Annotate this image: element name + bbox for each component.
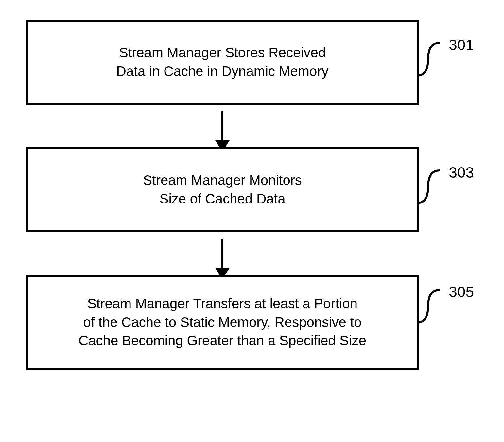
flowchart-container: Stream Manager Stores Received Data in C… bbox=[26, 20, 478, 370]
step-label: 301 bbox=[449, 35, 474, 55]
step-text: Stream Manager Transfers at least a Port… bbox=[78, 294, 366, 350]
arrow-down-icon bbox=[221, 111, 223, 141]
connector-curve-icon bbox=[417, 169, 441, 205]
arrow-down-icon bbox=[221, 239, 223, 268]
arrow-container bbox=[26, 105, 419, 147]
step-label: 305 bbox=[449, 282, 474, 302]
step-text: Stream Manager Monitors Size of Cached D… bbox=[143, 171, 302, 208]
flow-step-305: Stream Manager Transfers at least a Port… bbox=[26, 275, 419, 370]
step-label: 303 bbox=[449, 162, 474, 183]
connector-curve-icon bbox=[417, 288, 441, 324]
step-text: Stream Manager Stores Received Data in C… bbox=[116, 44, 329, 80]
flow-step-303: Stream Manager Monitors Size of Cached D… bbox=[26, 147, 419, 232]
arrow-container bbox=[26, 232, 419, 275]
connector-curve-icon bbox=[417, 41, 441, 77]
flow-step-301: Stream Manager Stores Received Data in C… bbox=[26, 20, 419, 105]
